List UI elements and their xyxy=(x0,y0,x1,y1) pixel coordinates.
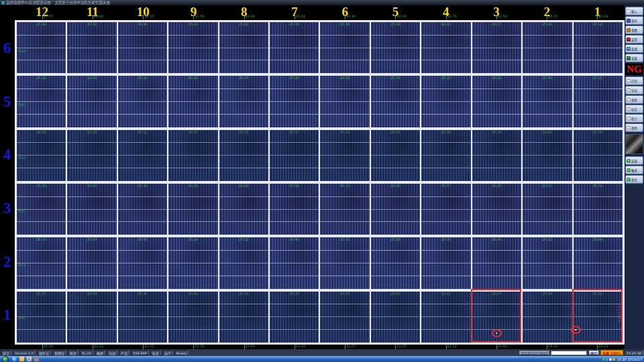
sidebar-button-触发[interactable]: 触发 xyxy=(625,166,643,174)
measurement-value: 21.01 xyxy=(144,344,154,349)
tray-icon-network[interactable] xyxy=(602,358,605,361)
reset-icon xyxy=(627,178,631,182)
sidebar-button-统计[interactable]: 统计 xyxy=(625,114,643,123)
measurement-value: 25.11 xyxy=(598,344,608,349)
app-c-icon[interactable]: C xyxy=(27,357,32,361)
pv-cell: 25.12 xyxy=(219,237,268,288)
pv-cell: 25.18 xyxy=(371,237,420,288)
pv-cell: 25.14 xyxy=(17,22,66,73)
sidebar-spacer xyxy=(625,184,643,349)
cell-measurement-label: 25.22 xyxy=(543,238,552,241)
measurement-value: 21.69 xyxy=(598,14,608,19)
measurement-value: 20.55 xyxy=(44,14,53,19)
cell-measurement-label: 24.87 xyxy=(189,131,198,134)
pv-cell: 25.33 xyxy=(371,76,420,127)
cell-measurement-label: 25.05 xyxy=(441,238,451,241)
start-button[interactable] xyxy=(2,356,9,362)
barcode-input[interactable] xyxy=(551,351,587,355)
pv-cell: 24.89 xyxy=(320,76,369,127)
camera-preview-thumbnail[interactable] xyxy=(625,134,643,154)
cell-measurement-label: 25.44 xyxy=(543,23,552,26)
measurement-tick xyxy=(143,15,144,19)
measurement-value: 21.41 xyxy=(498,344,507,349)
toolbar-green-group: 连接触发复位 xyxy=(625,156,643,184)
measurement-tick xyxy=(193,15,194,19)
sidebar-button-label: 触发 xyxy=(631,168,637,172)
sidebar-button-设置[interactable]: 设置 xyxy=(625,35,643,44)
measurement-tick xyxy=(547,15,547,19)
cell-measurement-label: 25.38 xyxy=(543,76,552,80)
pv-cell: 25.36 xyxy=(320,22,369,73)
pv-cell: 25.32 xyxy=(67,22,116,73)
ie-icon[interactable] xyxy=(12,357,17,361)
cell-measurement-label: 25.18 xyxy=(138,76,147,80)
cell-measurement-label: 24.91 xyxy=(441,23,451,26)
sidebar-button-label: 标定 xyxy=(631,107,637,111)
pv-cell: 24.98 xyxy=(118,22,167,73)
cell-measurement-label: 25.40 xyxy=(189,76,198,80)
sidebar-button-导出[interactable]: 导出 xyxy=(625,86,643,95)
stats-icon xyxy=(627,117,631,121)
sidebar-button-保存[interactable]: 保存 xyxy=(625,16,643,25)
el-panel-image[interactable]: 25.1425.3224.9825.4125.2225.0825.3625.19… xyxy=(15,20,625,345)
cell-measurement-label: 25.32 xyxy=(87,23,97,26)
player-icon[interactable] xyxy=(34,357,39,361)
status-segment: 156-60P xyxy=(131,350,149,355)
sidebar-button-label: 清除 xyxy=(631,126,637,130)
sidebar-button-清除[interactable]: 清除 xyxy=(625,123,643,132)
sidebar-button-连接[interactable]: 连接 xyxy=(625,156,643,165)
taskbar-clock[interactable]: 15:20 2013/1/7 xyxy=(617,357,643,361)
sidebar-button-参数[interactable]: 参数 xyxy=(625,25,643,34)
tray-icon-volume[interactable] xyxy=(606,358,608,361)
pv-cell: 25.31 xyxy=(320,237,369,288)
sidebar-button-复位[interactable]: 复位 xyxy=(625,175,643,184)
app-icon xyxy=(1,1,5,5)
sidebar-button-label: 复位 xyxy=(631,178,637,182)
confirm-button[interactable]: 确定 xyxy=(588,350,599,355)
row-number: 4 xyxy=(3,146,11,164)
export-icon xyxy=(627,88,631,93)
cell-measurement-label: 25.14 xyxy=(36,23,46,26)
pv-cell: 25.08 xyxy=(270,22,319,73)
defect-marker[interactable] xyxy=(471,289,521,343)
cell-measurement-label: 25.15 xyxy=(441,76,451,80)
measurement-tick xyxy=(345,345,345,349)
pv-cell: 25.01 xyxy=(523,184,572,235)
pv-cell: 24.98 xyxy=(219,184,268,235)
cell-measurement-label: 25.34 xyxy=(593,184,602,188)
pv-cell: 25.42 xyxy=(320,130,369,181)
measurement-value: 21.88 xyxy=(246,344,255,349)
pv-cell: 25.43 xyxy=(67,237,116,288)
measurement-tick xyxy=(294,15,295,19)
sidebar-button-复检[interactable]: 复检 xyxy=(625,95,643,104)
measurement-value: 21.62 xyxy=(296,14,305,19)
sidebar-button-标定[interactable]: 标定 xyxy=(625,105,643,113)
trigger-icon xyxy=(627,168,631,172)
measurement-tick xyxy=(446,345,447,349)
cell-measurement-label: 25.33 xyxy=(289,292,299,296)
status-segment: 自动 xyxy=(107,350,117,355)
defect-marker[interactable] xyxy=(572,289,623,343)
sidebar-button-打印[interactable]: 打印 xyxy=(625,76,643,85)
measurement-value: 21.56 xyxy=(195,14,204,19)
pv-cell: 24.99 xyxy=(574,237,623,288)
sidebar-button-采集[interactable]: 采集 xyxy=(625,54,643,62)
status-segment: 运行 xyxy=(162,350,173,355)
sidebar-button-监视[interactable]: 监视 xyxy=(625,44,643,53)
cell-measurement-label: 25.25 xyxy=(390,292,400,296)
status-segment: Version 1.0 xyxy=(13,350,36,355)
cell-measurement-label: 25.39 xyxy=(138,184,147,188)
measurement-tick xyxy=(93,15,93,19)
status-segment: 模式 xyxy=(95,350,105,355)
left-measurement-label: 78.4 xyxy=(17,49,25,53)
sidebar-button-载入[interactable]: 载入 xyxy=(625,7,643,15)
pv-cell: 24.95 xyxy=(371,184,420,235)
folder-icon[interactable] xyxy=(19,357,24,361)
pv-cell: 25.15 xyxy=(421,76,470,127)
tray-icon-language[interactable] xyxy=(609,358,612,361)
cell-measurement-label: 25.28 xyxy=(289,184,299,188)
load-icon xyxy=(627,9,631,13)
tray-icon-updates[interactable] xyxy=(612,358,615,361)
pv-cell: 25.12 xyxy=(574,22,623,73)
pv-cell: 25.25 xyxy=(371,292,420,343)
